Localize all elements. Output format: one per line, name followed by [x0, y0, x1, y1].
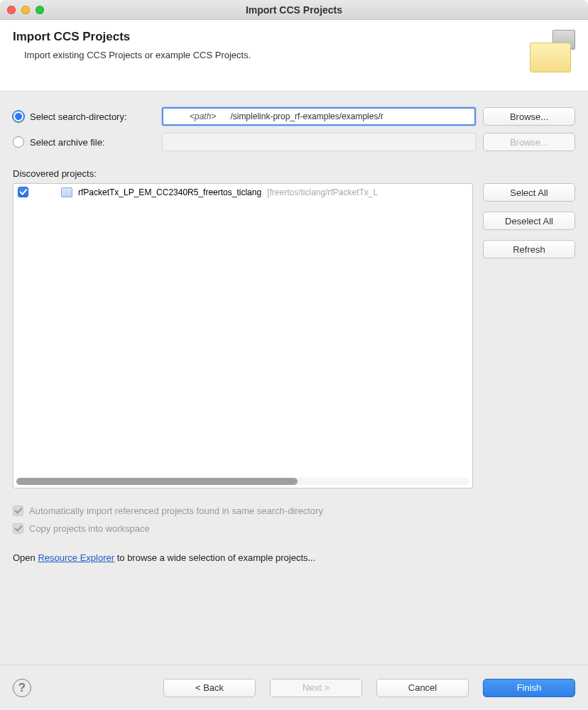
- list-item[interactable]: rfPacketTx_LP_EM_CC2340R5_freertos_ticla…: [13, 184, 472, 200]
- auto-import-option: Automatically import referenced projects…: [13, 506, 575, 516]
- browse-directory-button[interactable]: Browse...: [483, 107, 575, 126]
- header-text: Import CCS Projects Import existing CCS …: [13, 30, 251, 60]
- wizard-icon: [527, 30, 575, 78]
- copy-projects-checkbox: [13, 523, 23, 534]
- archive-input: [162, 133, 476, 151]
- project-icon: [61, 187, 72, 197]
- archive-row: Select archive file: Browse...: [13, 133, 575, 151]
- dialog-body: Select search-directory: <path> /simplel…: [0, 92, 588, 665]
- copy-projects-label: Copy projects into workspace: [29, 523, 150, 534]
- minimize-icon[interactable]: [21, 6, 30, 14]
- search-directory-radio-label[interactable]: Select search-directory:: [13, 111, 155, 122]
- archive-radio[interactable]: [13, 136, 24, 148]
- search-directory-label: Select search-directory:: [30, 111, 127, 122]
- window-title: Import CCS Projects: [0, 4, 588, 16]
- select-all-button[interactable]: Select All: [483, 183, 575, 202]
- search-directory-row: Select search-directory: <path> /simplel…: [13, 107, 575, 126]
- path-value: /simplelink-prop_rf-examples/examples/r: [230, 111, 383, 121]
- maximize-icon[interactable]: [36, 6, 44, 14]
- copy-projects-option: Copy projects into workspace: [13, 523, 575, 534]
- open-post: to browse a wide selection of example pr…: [114, 552, 315, 563]
- cancel-button[interactable]: Cancel: [376, 679, 469, 697]
- deselect-all-button[interactable]: Deselect All: [483, 212, 575, 230]
- import-options: Automatically import referenced projects…: [13, 506, 575, 534]
- auto-import-checkbox: [13, 506, 23, 516]
- resource-explorer-line: Open Resource Explorer to browse a wide …: [13, 552, 575, 563]
- titlebar[interactable]: Import CCS Projects: [0, 0, 588, 20]
- path-prefix: <path>: [190, 111, 216, 121]
- search-directory-input[interactable]: <path> /simplelink-prop_rf-examples/exam…: [162, 107, 476, 126]
- project-checkbox[interactable]: [18, 187, 28, 197]
- discovered-projects-list[interactable]: rfPacketTx_LP_EM_CC2340R5_freertos_ticla…: [13, 183, 473, 488]
- traffic-lights: [7, 6, 44, 14]
- scrollbar-thumb[interactable]: [16, 478, 298, 485]
- page-title: Import CCS Projects: [13, 30, 251, 44]
- project-name: rfPacketTx_LP_EM_CC2340R5_freertos_ticla…: [78, 187, 261, 197]
- dialog-header: Import CCS Projects Import existing CCS …: [0, 20, 588, 92]
- browse-archive-button: Browse...: [483, 133, 575, 151]
- finish-button[interactable]: Finish: [483, 679, 575, 697]
- list-side-buttons: Select All Deselect All Refresh: [483, 183, 575, 488]
- page-subtitle: Import existing CCS Projects or example …: [13, 50, 251, 60]
- search-directory-radio[interactable]: [13, 111, 24, 122]
- archive-label: Select archive file:: [30, 137, 105, 148]
- project-path: [freertos/ticlang/rfPacketTx_L: [267, 187, 378, 197]
- archive-radio-label[interactable]: Select archive file:: [13, 136, 155, 148]
- dialog-window: Import CCS Projects Import CCS Projects …: [0, 0, 588, 710]
- dialog-footer: ? < Back Next > Cancel Finish: [0, 665, 588, 710]
- refresh-button[interactable]: Refresh: [483, 240, 575, 258]
- help-icon[interactable]: ?: [13, 679, 31, 697]
- auto-import-label: Automatically import referenced projects…: [29, 506, 323, 516]
- open-pre: Open: [13, 552, 38, 563]
- discovered-label: Discovered projects:: [13, 168, 575, 179]
- back-button[interactable]: < Back: [163, 679, 256, 697]
- horizontal-scrollbar[interactable]: [16, 478, 469, 485]
- resource-explorer-link[interactable]: Resource Explorer: [38, 552, 114, 563]
- list-area: rfPacketTx_LP_EM_CC2340R5_freertos_ticla…: [13, 183, 575, 488]
- close-icon[interactable]: [7, 6, 16, 14]
- next-button: Next >: [270, 679, 362, 697]
